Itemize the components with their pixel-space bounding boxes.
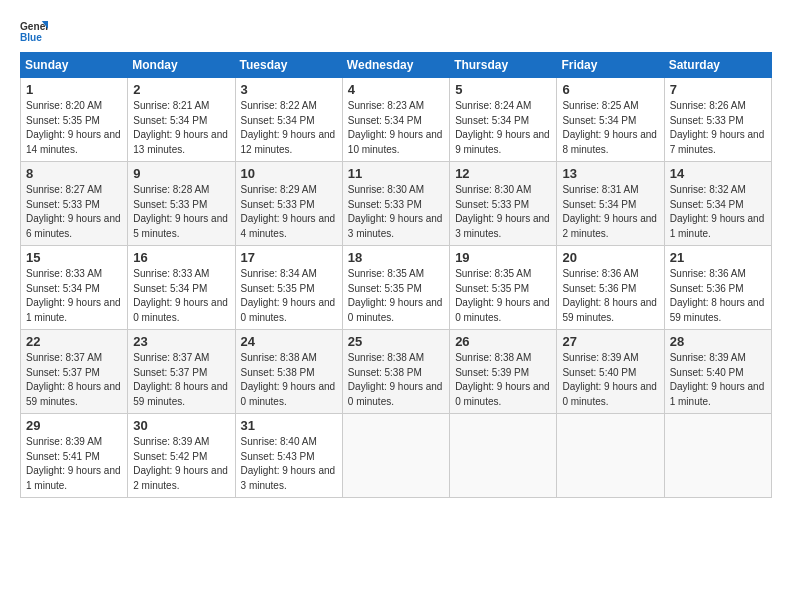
weekday-header-saturday: Saturday xyxy=(664,53,771,78)
calendar-cell: 10Sunrise: 8:29 AMSunset: 5:33 PMDayligh… xyxy=(235,162,342,246)
calendar-cell: 4Sunrise: 8:23 AMSunset: 5:34 PMDaylight… xyxy=(342,78,449,162)
day-info: Sunrise: 8:30 AMSunset: 5:33 PMDaylight:… xyxy=(455,183,551,241)
day-number: 7 xyxy=(670,82,766,97)
day-number: 10 xyxy=(241,166,337,181)
svg-text:Blue: Blue xyxy=(20,32,42,43)
weekday-header-tuesday: Tuesday xyxy=(235,53,342,78)
calendar-cell: 13Sunrise: 8:31 AMSunset: 5:34 PMDayligh… xyxy=(557,162,664,246)
day-number: 3 xyxy=(241,82,337,97)
day-info: Sunrise: 8:26 AMSunset: 5:33 PMDaylight:… xyxy=(670,99,766,157)
day-number: 20 xyxy=(562,250,658,265)
calendar-cell: 7Sunrise: 8:26 AMSunset: 5:33 PMDaylight… xyxy=(664,78,771,162)
calendar-cell: 15Sunrise: 8:33 AMSunset: 5:34 PMDayligh… xyxy=(21,246,128,330)
day-info: Sunrise: 8:21 AMSunset: 5:34 PMDaylight:… xyxy=(133,99,229,157)
weekday-header-monday: Monday xyxy=(128,53,235,78)
calendar-cell: 14Sunrise: 8:32 AMSunset: 5:34 PMDayligh… xyxy=(664,162,771,246)
day-number: 26 xyxy=(455,334,551,349)
weekday-header-sunday: Sunday xyxy=(21,53,128,78)
day-number: 31 xyxy=(241,418,337,433)
day-number: 27 xyxy=(562,334,658,349)
calendar-cell: 21Sunrise: 8:36 AMSunset: 5:36 PMDayligh… xyxy=(664,246,771,330)
day-number: 1 xyxy=(26,82,122,97)
calendar-cell xyxy=(664,414,771,498)
day-info: Sunrise: 8:37 AMSunset: 5:37 PMDaylight:… xyxy=(26,351,122,409)
day-info: Sunrise: 8:35 AMSunset: 5:35 PMDaylight:… xyxy=(348,267,444,325)
day-info: Sunrise: 8:39 AMSunset: 5:41 PMDaylight:… xyxy=(26,435,122,493)
day-number: 21 xyxy=(670,250,766,265)
calendar-cell xyxy=(557,414,664,498)
calendar-cell: 26Sunrise: 8:38 AMSunset: 5:39 PMDayligh… xyxy=(450,330,557,414)
day-info: Sunrise: 8:33 AMSunset: 5:34 PMDaylight:… xyxy=(26,267,122,325)
day-info: Sunrise: 8:36 AMSunset: 5:36 PMDaylight:… xyxy=(562,267,658,325)
day-info: Sunrise: 8:32 AMSunset: 5:34 PMDaylight:… xyxy=(670,183,766,241)
calendar-cell: 9Sunrise: 8:28 AMSunset: 5:33 PMDaylight… xyxy=(128,162,235,246)
day-info: Sunrise: 8:38 AMSunset: 5:39 PMDaylight:… xyxy=(455,351,551,409)
calendar-cell: 22Sunrise: 8:37 AMSunset: 5:37 PMDayligh… xyxy=(21,330,128,414)
day-info: Sunrise: 8:33 AMSunset: 5:34 PMDaylight:… xyxy=(133,267,229,325)
calendar-cell: 2Sunrise: 8:21 AMSunset: 5:34 PMDaylight… xyxy=(128,78,235,162)
calendar-cell: 20Sunrise: 8:36 AMSunset: 5:36 PMDayligh… xyxy=(557,246,664,330)
day-info: Sunrise: 8:36 AMSunset: 5:36 PMDaylight:… xyxy=(670,267,766,325)
day-number: 16 xyxy=(133,250,229,265)
day-number: 15 xyxy=(26,250,122,265)
calendar-cell xyxy=(342,414,449,498)
day-number: 11 xyxy=(348,166,444,181)
day-info: Sunrise: 8:24 AMSunset: 5:34 PMDaylight:… xyxy=(455,99,551,157)
day-info: Sunrise: 8:39 AMSunset: 5:40 PMDaylight:… xyxy=(670,351,766,409)
day-info: Sunrise: 8:20 AMSunset: 5:35 PMDaylight:… xyxy=(26,99,122,157)
day-info: Sunrise: 8:25 AMSunset: 5:34 PMDaylight:… xyxy=(562,99,658,157)
day-info: Sunrise: 8:34 AMSunset: 5:35 PMDaylight:… xyxy=(241,267,337,325)
day-info: Sunrise: 8:29 AMSunset: 5:33 PMDaylight:… xyxy=(241,183,337,241)
calendar-cell: 19Sunrise: 8:35 AMSunset: 5:35 PMDayligh… xyxy=(450,246,557,330)
logo: General Blue xyxy=(20,18,52,46)
day-number: 25 xyxy=(348,334,444,349)
day-number: 23 xyxy=(133,334,229,349)
day-info: Sunrise: 8:31 AMSunset: 5:34 PMDaylight:… xyxy=(562,183,658,241)
header: General Blue xyxy=(20,18,772,46)
calendar-cell: 8Sunrise: 8:27 AMSunset: 5:33 PMDaylight… xyxy=(21,162,128,246)
day-info: Sunrise: 8:27 AMSunset: 5:33 PMDaylight:… xyxy=(26,183,122,241)
day-number: 9 xyxy=(133,166,229,181)
calendar-cell: 25Sunrise: 8:38 AMSunset: 5:38 PMDayligh… xyxy=(342,330,449,414)
day-number: 6 xyxy=(562,82,658,97)
day-number: 2 xyxy=(133,82,229,97)
weekday-header-wednesday: Wednesday xyxy=(342,53,449,78)
calendar-cell: 24Sunrise: 8:38 AMSunset: 5:38 PMDayligh… xyxy=(235,330,342,414)
day-info: Sunrise: 8:30 AMSunset: 5:33 PMDaylight:… xyxy=(348,183,444,241)
day-number: 18 xyxy=(348,250,444,265)
calendar-cell: 27Sunrise: 8:39 AMSunset: 5:40 PMDayligh… xyxy=(557,330,664,414)
calendar-cell: 6Sunrise: 8:25 AMSunset: 5:34 PMDaylight… xyxy=(557,78,664,162)
calendar-cell: 16Sunrise: 8:33 AMSunset: 5:34 PMDayligh… xyxy=(128,246,235,330)
calendar-cell: 5Sunrise: 8:24 AMSunset: 5:34 PMDaylight… xyxy=(450,78,557,162)
day-number: 13 xyxy=(562,166,658,181)
day-number: 24 xyxy=(241,334,337,349)
calendar-cell: 28Sunrise: 8:39 AMSunset: 5:40 PMDayligh… xyxy=(664,330,771,414)
day-number: 8 xyxy=(26,166,122,181)
day-number: 12 xyxy=(455,166,551,181)
weekday-header-thursday: Thursday xyxy=(450,53,557,78)
day-number: 17 xyxy=(241,250,337,265)
calendar-cell: 1Sunrise: 8:20 AMSunset: 5:35 PMDaylight… xyxy=(21,78,128,162)
day-number: 19 xyxy=(455,250,551,265)
day-info: Sunrise: 8:40 AMSunset: 5:43 PMDaylight:… xyxy=(241,435,337,493)
calendar-cell: 30Sunrise: 8:39 AMSunset: 5:42 PMDayligh… xyxy=(128,414,235,498)
day-info: Sunrise: 8:38 AMSunset: 5:38 PMDaylight:… xyxy=(241,351,337,409)
calendar-cell: 3Sunrise: 8:22 AMSunset: 5:34 PMDaylight… xyxy=(235,78,342,162)
day-info: Sunrise: 8:23 AMSunset: 5:34 PMDaylight:… xyxy=(348,99,444,157)
calendar-cell: 11Sunrise: 8:30 AMSunset: 5:33 PMDayligh… xyxy=(342,162,449,246)
day-number: 4 xyxy=(348,82,444,97)
day-info: Sunrise: 8:37 AMSunset: 5:37 PMDaylight:… xyxy=(133,351,229,409)
calendar-cell: 18Sunrise: 8:35 AMSunset: 5:35 PMDayligh… xyxy=(342,246,449,330)
day-number: 22 xyxy=(26,334,122,349)
day-info: Sunrise: 8:28 AMSunset: 5:33 PMDaylight:… xyxy=(133,183,229,241)
calendar-cell: 12Sunrise: 8:30 AMSunset: 5:33 PMDayligh… xyxy=(450,162,557,246)
day-info: Sunrise: 8:22 AMSunset: 5:34 PMDaylight:… xyxy=(241,99,337,157)
page: General Blue SundayMondayTuesdayWednesda… xyxy=(0,0,792,508)
logo-icon: General Blue xyxy=(20,18,48,46)
day-number: 14 xyxy=(670,166,766,181)
day-number: 28 xyxy=(670,334,766,349)
day-info: Sunrise: 8:38 AMSunset: 5:38 PMDaylight:… xyxy=(348,351,444,409)
day-number: 5 xyxy=(455,82,551,97)
day-info: Sunrise: 8:35 AMSunset: 5:35 PMDaylight:… xyxy=(455,267,551,325)
day-number: 30 xyxy=(133,418,229,433)
